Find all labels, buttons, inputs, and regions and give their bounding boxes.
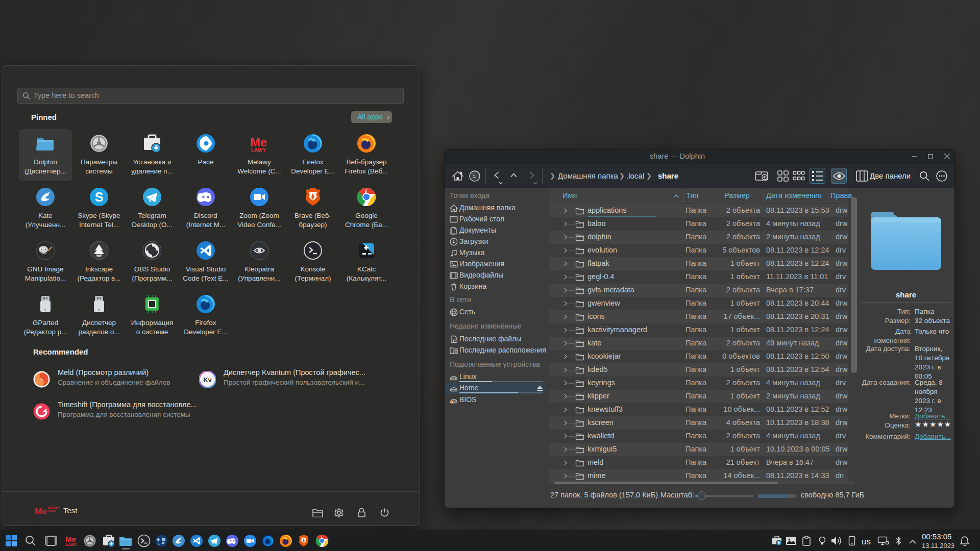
svg-text:Kv: Kv [203, 376, 212, 384]
svg-text:LINUX: LINUX [47, 510, 56, 513]
svg-text:MELOWY: MELOWY [47, 506, 60, 509]
svg-text:Me: Me [250, 135, 267, 149]
svg-text:Me: Me [35, 507, 47, 516]
svg-text:LAWY: LAWY [66, 542, 77, 547]
svg-text:LAWY: LAWY [251, 147, 266, 153]
svg-text:S: S [95, 190, 104, 204]
